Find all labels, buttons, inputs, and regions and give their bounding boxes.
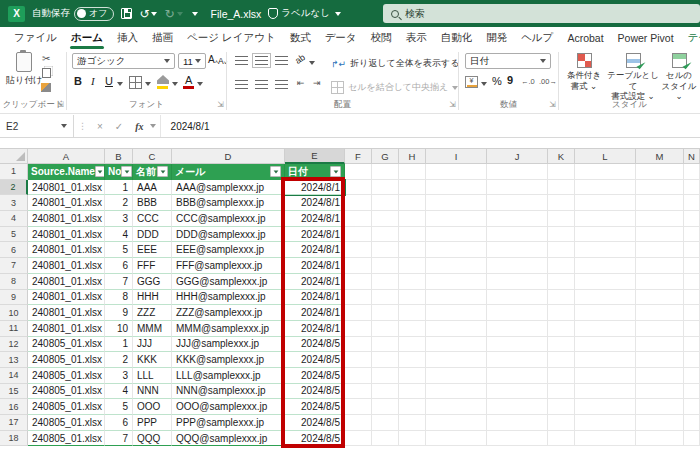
cell[interactable] — [372, 258, 399, 274]
tab-Acrobat[interactable]: Acrobat — [560, 27, 610, 49]
cell[interactable] — [426, 352, 487, 368]
cell[interactable] — [372, 180, 399, 196]
cell[interactable]: 5 — [105, 242, 133, 258]
cell[interactable]: 2 — [105, 195, 133, 211]
column-header-E[interactable]: E — [285, 148, 345, 164]
cell[interactable]: DDD@samplexxx.jp — [172, 227, 285, 243]
cell[interactable]: 2024/8/1 — [285, 195, 345, 211]
alignment-dialog-launcher[interactable]: ⇲ — [449, 100, 456, 109]
cut-button[interactable]: ✂ — [42, 54, 50, 64]
tab-Power Pivot[interactable]: Power Pivot — [611, 27, 681, 49]
cell[interactable]: 240801_01.xlsx — [28, 258, 105, 274]
cell[interactable] — [345, 274, 372, 290]
filter-button[interactable] — [121, 166, 132, 177]
cell[interactable]: 240805_01.xlsx — [28, 431, 105, 447]
cell[interactable] — [487, 290, 548, 306]
column-header-I[interactable]: I — [426, 148, 487, 164]
cell[interactable] — [487, 227, 548, 243]
filter-button[interactable] — [330, 166, 341, 177]
redo-button[interactable]: ↻ — [164, 8, 182, 20]
cell[interactable] — [372, 164, 399, 180]
fill-color-swatch[interactable] — [157, 86, 168, 89]
bold-button[interactable]: B — [74, 75, 82, 87]
fill-color-chevron-icon[interactable] — [172, 82, 178, 86]
cell[interactable] — [684, 384, 700, 400]
autosave-control[interactable]: 自動保存 オフ — [32, 7, 114, 21]
row-header-4[interactable]: 4 — [0, 211, 28, 227]
row-header-5[interactable]: 5 — [0, 227, 28, 243]
tab-校閲[interactable]: 校閲 — [364, 27, 399, 49]
row-header-18[interactable]: 18 — [0, 431, 28, 447]
cell[interactable] — [426, 258, 487, 274]
tab-ホーム[interactable]: ホーム — [64, 27, 110, 49]
cell[interactable] — [684, 290, 700, 306]
cell[interactable] — [575, 164, 636, 180]
cell[interactable] — [372, 431, 399, 447]
row-header-15[interactable]: 15 — [0, 384, 28, 400]
cell[interactable]: BBB — [133, 195, 172, 211]
cell[interactable] — [372, 321, 399, 337]
cell[interactable] — [548, 415, 575, 431]
cell[interactable] — [548, 368, 575, 384]
cell[interactable]: 240805_01.xlsx — [28, 399, 105, 415]
column-header-B[interactable]: B — [105, 148, 133, 164]
column-header-D[interactable]: D — [172, 148, 285, 164]
cell[interactable]: PPP — [133, 415, 172, 431]
cell[interactable] — [684, 368, 700, 384]
decrease-indent-button[interactable]: ⇤ — [297, 78, 305, 88]
cell[interactable] — [345, 431, 372, 447]
font-size-select[interactable]: 11 — [178, 53, 206, 69]
italic-button[interactable]: I — [91, 75, 95, 87]
cell[interactable] — [636, 321, 684, 337]
customize-qat-button[interactable] — [190, 12, 198, 16]
cell[interactable] — [345, 384, 372, 400]
select-all-corner[interactable] — [0, 148, 28, 164]
cell[interactable]: FFF — [133, 258, 172, 274]
borders-chevron-icon[interactable] — [145, 82, 151, 86]
tab-データ[interactable]: データ — [318, 27, 364, 49]
cell[interactable]: NNN — [133, 384, 172, 400]
cell[interactable] — [487, 305, 548, 321]
clipboard-dialog-launcher[interactable]: ⇲ — [57, 100, 64, 109]
font-name-select[interactable]: 游ゴシック — [72, 53, 175, 69]
cell[interactable]: 6 — [105, 415, 133, 431]
cell[interactable] — [345, 180, 372, 196]
tab-表示[interactable]: 表示 — [399, 27, 434, 49]
cell[interactable] — [548, 242, 575, 258]
cell[interactable] — [575, 321, 636, 337]
format-painter-button[interactable] — [41, 83, 51, 92]
cell[interactable]: NNN@samplexxx.jp — [172, 384, 285, 400]
cell[interactable] — [575, 274, 636, 290]
cell[interactable] — [548, 258, 575, 274]
filter-button[interactable] — [95, 166, 105, 177]
cell[interactable] — [399, 352, 426, 368]
cell[interactable]: 240801_01.xlsx — [28, 242, 105, 258]
cell[interactable]: 2024/8/5 — [285, 337, 345, 353]
cell[interactable] — [548, 431, 575, 447]
cell[interactable] — [575, 384, 636, 400]
cell[interactable] — [636, 227, 684, 243]
cell[interactable] — [636, 337, 684, 353]
orientation-chevron-icon[interactable] — [309, 61, 315, 65]
row-header-9[interactable]: 9 — [0, 290, 28, 306]
cell[interactable] — [684, 211, 700, 227]
cell[interactable] — [575, 227, 636, 243]
cell[interactable] — [426, 195, 487, 211]
accounting-chevron-icon[interactable] — [481, 82, 487, 86]
cell[interactable] — [684, 180, 700, 196]
fill-color-icon[interactable] — [157, 75, 169, 84]
column-header-F[interactable]: F — [345, 148, 372, 164]
cell[interactable] — [426, 211, 487, 227]
cell[interactable] — [372, 242, 399, 258]
cell[interactable]: 240801_01.xlsx — [28, 195, 105, 211]
tab-挿入[interactable]: 挿入 — [110, 27, 145, 49]
cell[interactable] — [487, 352, 548, 368]
cell[interactable]: EEE — [133, 242, 172, 258]
cell[interactable]: 2024/8/1 — [285, 290, 345, 306]
filter-button[interactable] — [157, 166, 168, 177]
cell[interactable] — [636, 305, 684, 321]
copy-button[interactable] — [42, 68, 51, 78]
cell[interactable] — [399, 368, 426, 384]
cell[interactable]: PPP@samplexxx.jp — [172, 415, 285, 431]
cell[interactable] — [636, 368, 684, 384]
